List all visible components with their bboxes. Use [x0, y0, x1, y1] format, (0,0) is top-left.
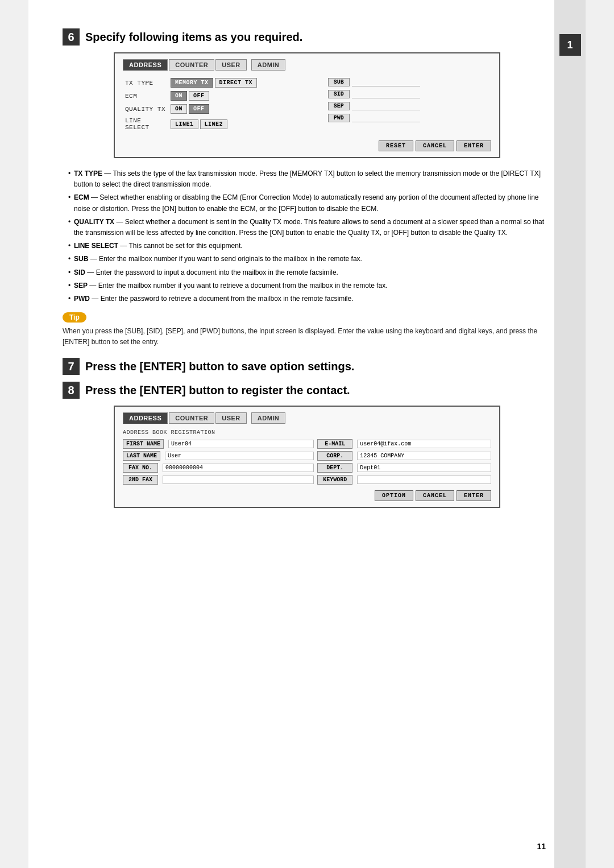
btn-quality-on[interactable]: ON [171, 104, 187, 114]
buttons-line-select: LINE1 LINE2 [168, 115, 319, 133]
bullet-sid: SID — Enter the password to input a docu… [68, 267, 551, 278]
btn-memory-tx[interactable]: MEMORY TX [171, 78, 213, 88]
tab-address-2[interactable]: ADDRESS [123, 412, 168, 424]
tab-admin-1[interactable]: ADMIN [251, 59, 286, 71]
bullet-sub: SUB — Enter the mailbox number if you wa… [68, 254, 551, 264]
input-keyword[interactable] [357, 476, 491, 484]
label-email: E-MAIL [317, 439, 352, 449]
chapter-number: 1 [559, 34, 581, 56]
input-sep[interactable] [352, 101, 420, 110]
label-tx-type: TX TYPE [123, 76, 168, 89]
tip-text: When you press the [SUB], [SID], [SEP], … [63, 326, 551, 348]
label-fax-no: FAX NO. [123, 463, 158, 473]
panel1: ADDRESS COUNTER USER ADMIN TX TYPE MEMOR… [114, 52, 500, 158]
bullet-tx-type: TX TYPE — This sets the type of the fax … [68, 168, 551, 190]
label-line-select: LINE SELECT [123, 115, 168, 133]
section7-title: Press the [ENTER] button to save option … [85, 360, 354, 373]
tab-counter-1[interactable]: COUNTER [169, 59, 214, 71]
label-quality-tx: QUALITY TX [123, 102, 168, 115]
panel1-tabs: ADDRESS COUNTER USER ADMIN [123, 59, 491, 71]
btn-enter-1[interactable]: ENTER [457, 140, 491, 151]
btn-ecm-off[interactable]: OFF [189, 91, 209, 101]
label-sub: SUB [328, 78, 350, 86]
btn-quality-off[interactable]: OFF [189, 104, 209, 114]
btn-line2[interactable]: LINE2 [200, 119, 228, 129]
field-pwd: PWD [328, 113, 491, 122]
input-dept[interactable] [357, 464, 491, 472]
input-sid[interactable] [352, 89, 420, 98]
buttons-ecm: ON OFF [168, 89, 319, 102]
tab-address-1[interactable]: ADDRESS [123, 59, 168, 71]
row-2nd-fax: 2ND FAX [123, 475, 314, 485]
section6-header: 6 Specify following items as you require… [63, 28, 551, 46]
label-first-name: FIRST NAME [123, 439, 164, 449]
field-sid: SID [328, 89, 491, 98]
row-last-name: LAST NAME [123, 451, 314, 461]
bullet-list: TX TYPE — This sets the type of the fax … [68, 168, 551, 304]
input-last-name[interactable] [165, 452, 314, 460]
row-line-select: LINE SELECT LINE1 LINE2 [123, 115, 319, 133]
tab-user-2[interactable]: USER [215, 412, 247, 424]
row-ecm: ECM ON OFF [123, 89, 319, 102]
row-email: E-MAIL [317, 439, 491, 449]
btn-direct-tx[interactable]: DIRECT TX [215, 78, 258, 88]
row-tx-type: TX TYPE MEMORY TX DIRECT TX [123, 76, 319, 89]
section6-title: Specify following items as you required. [85, 31, 302, 44]
label-ecm: ECM [123, 89, 168, 102]
label-2nd-fax: 2ND FAX [123, 475, 158, 485]
field-sep: SEP [328, 101, 491, 110]
buttons-quality-tx: ON OFF [168, 102, 319, 115]
tip-box: Tip When you press the [SUB], [SID], [SE… [63, 312, 551, 348]
addr-subtitle: ADDRESS BOOK REGISTRATION [123, 429, 491, 436]
label-sep: SEP [328, 102, 350, 110]
label-last-name: LAST NAME [123, 451, 160, 461]
input-corp[interactable] [357, 452, 491, 460]
row-first-name: FIRST NAME [123, 439, 314, 449]
label-corp: CORP. [317, 451, 352, 461]
btn-enter-2[interactable]: ENTER [457, 490, 491, 501]
bullet-line-select: LINE SELECT — This cannot be set for thi… [68, 241, 551, 251]
tab-admin-2[interactable]: ADMIN [251, 412, 286, 424]
row-dept: DEPT. [317, 463, 491, 473]
addr-right: E-MAIL CORP. DEPT. KEYWORD [317, 439, 491, 487]
btn-option[interactable]: OPTION [375, 490, 413, 501]
row-quality-tx: QUALITY TX ON OFF [123, 102, 319, 115]
panel2-actions: OPTION CANCEL ENTER [123, 490, 491, 501]
section8-header: 8 Press the [ENTER] button to register t… [63, 382, 551, 399]
btn-cancel-1[interactable]: CANCEL [416, 140, 454, 151]
page-number: 11 [537, 842, 546, 851]
addr-left: FIRST NAME LAST NAME FAX NO. 2ND FAX [123, 439, 314, 487]
section7-num: 7 [63, 358, 80, 375]
buttons-tx-type: MEMORY TX DIRECT TX [168, 76, 319, 89]
row-fax-no: FAX NO. [123, 463, 314, 473]
input-pwd[interactable] [352, 113, 420, 122]
input-sub[interactable] [352, 77, 420, 86]
panel2-tabs: ADDRESS COUNTER USER ADMIN [123, 412, 491, 424]
tab-user-1[interactable]: USER [215, 59, 247, 71]
tab-counter-2[interactable]: COUNTER [169, 412, 214, 424]
label-dept: DEPT. [317, 463, 352, 473]
panel1-actions: RESET CANCEL ENTER [123, 140, 491, 151]
section8-num: 8 [63, 382, 80, 399]
btn-ecm-on[interactable]: ON [171, 91, 187, 101]
bullet-pwd: PWD — Enter the password to retrieve a d… [68, 294, 551, 304]
btn-line1[interactable]: LINE1 [171, 119, 198, 129]
input-fax-no[interactable] [163, 464, 314, 472]
label-sid: SID [328, 90, 350, 98]
bullet-quality-tx: QUALITY TX — Select whether a document i… [68, 217, 551, 238]
section6-num: 6 [63, 28, 80, 46]
label-pwd: PWD [328, 114, 350, 122]
side-bar: 1 [554, 0, 586, 868]
bullet-ecm: ECM — Select whether enabling or disabli… [68, 192, 551, 214]
btn-reset[interactable]: RESET [379, 140, 413, 151]
input-first-name[interactable] [168, 440, 314, 448]
input-email[interactable] [357, 440, 491, 448]
section8-title: Press the [ENTER] button to register the… [85, 384, 350, 397]
row-corp: CORP. [317, 451, 491, 461]
panel2: ADDRESS COUNTER USER ADMIN ADDRESS BOOK … [114, 406, 500, 508]
label-keyword: KEYWORD [317, 475, 352, 485]
btn-cancel-2[interactable]: CANCEL [416, 490, 454, 501]
section7-header: 7 Press the [ENTER] button to save optio… [63, 358, 551, 375]
row-keyword: KEYWORD [317, 475, 491, 485]
input-2nd-fax[interactable] [163, 476, 314, 484]
